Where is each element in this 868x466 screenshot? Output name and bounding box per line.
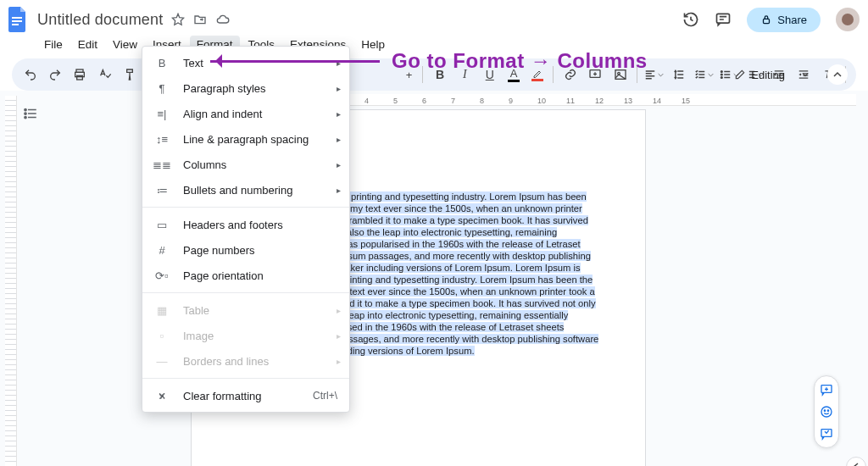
svg-point-19 — [824, 410, 825, 411]
svg-rect-4 — [764, 19, 770, 23]
menu-separator — [142, 207, 349, 208]
editing-label: Editing — [751, 69, 785, 81]
undo-button[interactable] — [19, 63, 42, 86]
ruler-tick: 9 — [509, 97, 537, 105]
ruler-tick: 13 — [624, 97, 653, 105]
suggest-edits-side-button[interactable] — [820, 427, 833, 441]
menu-item-icon: 🗶 — [154, 390, 170, 402]
submenu-arrow-icon: ▸ — [337, 186, 341, 195]
docs-logo-icon[interactable] — [7, 5, 29, 34]
show-outline-button[interactable] — [23, 106, 38, 121]
menu-item-icon: ↕≡ — [154, 133, 170, 146]
ruler-tick: 4 — [364, 97, 393, 105]
menu-item-label: Image — [183, 330, 214, 342]
svg-point-20 — [827, 410, 828, 411]
format-menu-headers-and-footers[interactable]: ▭Headers and footers — [142, 212, 349, 237]
menu-item-icon: ⟳▫ — [154, 269, 170, 282]
menu-separator — [142, 292, 349, 293]
svg-point-15 — [25, 113, 26, 114]
menu-item-icon: — — [154, 355, 170, 368]
add-emoji-side-button[interactable] — [820, 405, 833, 419]
svg-point-18 — [821, 407, 832, 417]
annotation-arrow-icon — [210, 53, 380, 69]
tutorial-annotation: Go to Format → Columns — [210, 49, 648, 73]
svg-rect-1 — [12, 20, 22, 22]
checklist-button[interactable] — [693, 63, 715, 86]
format-menu-line-paragraph-spacing[interactable]: ↕≡Line & paragraph spacing▸ — [142, 126, 349, 152]
svg-point-13 — [721, 77, 722, 79]
paint-format-button[interactable] — [118, 63, 141, 86]
menu-item-label: Headers and footers — [183, 219, 283, 231]
ruler-tick: 10 — [537, 97, 566, 105]
format-menu-columns[interactable]: ≣≣Columns▸ — [142, 152, 349, 177]
add-comment-side-button[interactable] — [820, 383, 833, 397]
menu-item-label: Page numbers — [183, 244, 255, 257]
menu-item-label: Bullets and numbering — [183, 184, 292, 197]
format-menu-page-numbers[interactable]: #Page numbers — [142, 237, 349, 263]
svg-point-11 — [721, 71, 722, 73]
svg-point-12 — [721, 74, 722, 75]
format-menu-borders-and-lines: —Borders and lines▸ — [142, 348, 349, 374]
format-menu-image: ▫Image▸ — [142, 323, 349, 348]
svg-point-16 — [25, 116, 26, 118]
spellcheck-button[interactable] — [93, 63, 116, 86]
comments-icon[interactable] — [715, 11, 732, 28]
menu-item-icon: # — [154, 244, 170, 257]
vertical-ruler — [5, 96, 17, 466]
format-menu-dropdown: BText▸¶Paragraph styles▸≡|Align and inde… — [142, 46, 350, 413]
format-menu-bullets-and-numbering[interactable]: ≔Bullets and numbering▸ — [142, 177, 349, 202]
ruler-tick: 5 — [393, 97, 422, 105]
format-menu-paragraph-styles[interactable]: ¶Paragraph styles▸ — [142, 75, 349, 101]
redo-button[interactable] — [43, 63, 66, 86]
print-button[interactable] — [69, 63, 92, 86]
mode-editing-button[interactable]: Editing — [724, 64, 819, 86]
ruler-tick: 8 — [480, 97, 509, 105]
format-menu-page-orientation[interactable]: ⟳▫Page orientation — [142, 263, 349, 288]
annotation-text: Go to Format → Columns — [392, 49, 648, 73]
document-title[interactable]: Untitled document — [37, 11, 163, 29]
svg-rect-2 — [12, 24, 19, 25]
submenu-arrow-icon: ▸ — [337, 135, 341, 144]
collapse-toolbar-button[interactable] — [827, 64, 848, 85]
ruler-tick: 12 — [595, 97, 624, 105]
menu-shortcut: Ctrl+\ — [313, 390, 337, 402]
titlebar: Untitled document Share — [0, 0, 868, 34]
cloud-status-icon[interactable] — [215, 13, 231, 26]
account-avatar[interactable] — [836, 8, 860, 31]
menu-item-icon: ▦ — [154, 304, 170, 317]
menu-item-icon: ▫ — [154, 330, 170, 342]
menu-item-label: Text — [183, 57, 203, 69]
menu-item-label: Clear formatting — [183, 390, 261, 402]
menu-item-label: Columns — [183, 158, 226, 171]
format-menu-table: ▦Table▸ — [142, 297, 349, 323]
menu-item-icon: ¶ — [154, 82, 170, 95]
explore-button[interactable] — [846, 457, 866, 466]
menu-edit[interactable]: Edit — [71, 36, 104, 53]
svg-rect-0 — [12, 17, 22, 19]
menu-view[interactable]: View — [106, 36, 144, 53]
submenu-arrow-icon: ▸ — [337, 84, 341, 93]
share-button[interactable]: Share — [747, 8, 821, 32]
menu-item-icon: ≡| — [154, 108, 170, 120]
menu-item-label: Borders and lines — [183, 355, 269, 368]
submenu-arrow-icon: ▸ — [337, 331, 341, 341]
menu-item-label: Align and indent — [183, 108, 262, 120]
menu-file[interactable]: File — [37, 36, 70, 53]
line-spacing-button[interactable] — [668, 63, 691, 86]
workspace: 21123456789101112131415 is simply dummy … — [0, 91, 868, 466]
ruler-tick: 14 — [653, 97, 682, 105]
ruler-tick: 11 — [566, 97, 595, 105]
menu-item-label: Paragraph styles — [183, 82, 266, 95]
menu-item-label: Line & paragraph spacing — [183, 133, 309, 146]
menu-separator — [142, 378, 349, 379]
star-icon[interactable] — [171, 13, 185, 26]
menu-item-label: Page orientation — [183, 269, 264, 282]
move-icon[interactable] — [193, 13, 207, 26]
svg-rect-3 — [717, 14, 730, 23]
history-icon[interactable] — [682, 11, 699, 28]
menu-item-icon: B — [154, 57, 170, 69]
format-menu-align-and-indent[interactable]: ≡|Align and indent▸ — [142, 101, 349, 126]
menu-item-icon: ≣≣ — [154, 158, 170, 171]
side-action-panel — [814, 375, 839, 448]
format-menu-clear-formatting[interactable]: 🗶Clear formattingCtrl+\ — [142, 383, 349, 408]
